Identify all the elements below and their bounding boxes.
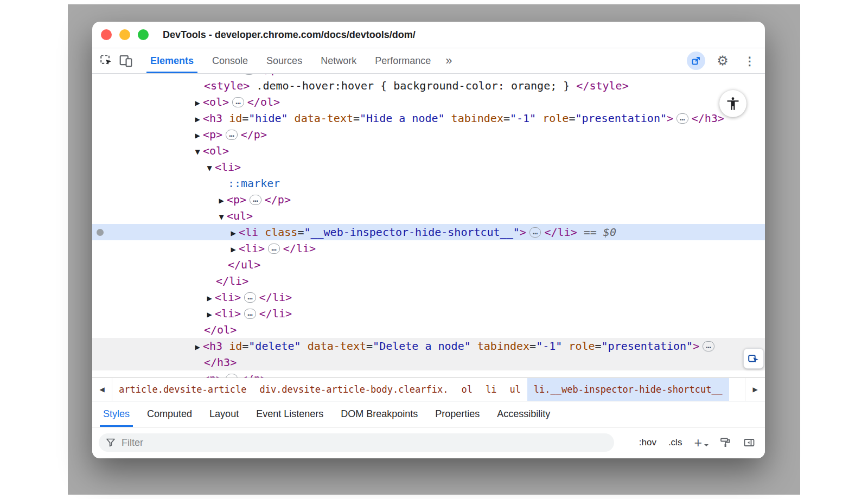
dom-row[interactable]: ▶<p>…</p>: [92, 370, 765, 378]
expand-arrow-icon[interactable]: ▶: [216, 193, 227, 209]
panel-tab-console[interactable]: Console: [203, 48, 257, 73]
tag-token: >: [693, 340, 699, 353]
ellipsis-button[interactable]: …: [703, 341, 714, 351]
ellipsis-button[interactable]: …: [226, 130, 238, 140]
equals-token: =: [569, 112, 575, 125]
ellipsis-button[interactable]: …: [244, 309, 256, 319]
pick-element-icon: [748, 353, 760, 364]
new-style-rule-button[interactable]: +: [694, 436, 707, 450]
dom-row[interactable]: ::marker: [92, 175, 765, 191]
dom-row[interactable]: ▶<li class="__web-inspector-hide-shortcu…: [92, 224, 765, 240]
dom-row[interactable]: ▶<h3 id="delete" data-text="Delete a nod…: [92, 338, 765, 354]
dom-row[interactable]: <style> .demo--hover:hover { background-…: [92, 78, 765, 94]
toggle-sidebar-button[interactable]: [743, 437, 755, 449]
toggle-element-state-button[interactable]: :hov: [639, 437, 656, 448]
tag-token: <li>: [215, 307, 241, 320]
styles-tab-styles[interactable]: Styles: [94, 401, 138, 427]
ellipsis-button[interactable]: …: [676, 113, 688, 124]
breadcrumb-item[interactable]: div.devsite-article-body.clearfix.: [253, 378, 455, 401]
expand-arrow-icon[interactable]: ▶: [204, 290, 215, 306]
ellipsis-button[interactable]: …: [250, 195, 261, 205]
dom-row[interactable]: …</p>: [92, 74, 765, 78]
window-titlebar[interactable]: DevTools - developer.chrome.com/docs/dev…: [92, 22, 765, 48]
tag-token: <h3: [203, 340, 222, 353]
expand-arrow-icon[interactable]: ▶: [192, 339, 203, 355]
inspect-element-button[interactable]: [97, 48, 116, 73]
filter-input-wrap[interactable]: [99, 433, 614, 452]
dom-row[interactable]: ▶<ol>…</ol>: [92, 94, 765, 110]
styles-tab-dom-breakpoints[interactable]: DOM Breakpoints: [332, 401, 426, 427]
dom-row[interactable]: </li>: [92, 273, 765, 289]
dom-row[interactable]: ▶<li>…</li>: [92, 305, 765, 322]
pick-element-fab-button[interactable]: [743, 348, 764, 369]
dom-row[interactable]: ▼<ol>: [92, 143, 765, 159]
styles-tab-accessibility[interactable]: Accessibility: [488, 401, 559, 427]
panel-tab-sources[interactable]: Sources: [257, 48, 311, 73]
accessibility-fab-button[interactable]: [719, 90, 746, 117]
styles-tab-computed[interactable]: Computed: [138, 401, 201, 427]
device-toolbar-button[interactable]: [116, 48, 136, 73]
collapse-arrow-icon[interactable]: ▼: [192, 144, 203, 160]
close-button[interactable]: [101, 29, 112, 40]
breadcrumb-scroll-left-button[interactable]: ◀: [92, 378, 112, 401]
tag-token: </p>: [258, 74, 284, 76]
dom-row[interactable]: </h3>: [92, 354, 765, 370]
ellipsis-button[interactable]: …: [268, 244, 280, 254]
breadcrumb-item[interactable]: li: [479, 378, 503, 401]
ellipsis-button[interactable]: …: [244, 292, 256, 303]
equals-token: =: [242, 112, 248, 125]
tag-token: </ol>: [204, 323, 237, 336]
tag-token: </h3>: [204, 356, 237, 369]
minimize-button[interactable]: [119, 29, 130, 40]
dom-row[interactable]: </ol>: [92, 322, 765, 338]
expand-arrow-icon[interactable]: ▶: [192, 95, 203, 111]
styles-tab-event-listeners[interactable]: Event Listeners: [247, 401, 332, 427]
more-panels-button[interactable]: »: [440, 48, 457, 73]
collapse-arrow-icon[interactable]: ▼: [216, 209, 227, 225]
breadcrumb-list: article.devsite-articlediv.devsite-artic…: [112, 378, 729, 401]
ellipsis-button[interactable]: …: [529, 227, 541, 238]
panel-tab-network[interactable]: Network: [311, 48, 366, 73]
menu-button[interactable]: ⋮: [740, 55, 760, 67]
dom-row[interactable]: ▶<p>…</p>: [92, 126, 765, 143]
panel-tab-elements[interactable]: Elements: [141, 48, 203, 73]
element-classes-button[interactable]: .cls: [668, 437, 682, 448]
panel-tab-performance[interactable]: Performance: [366, 48, 440, 73]
dom-row[interactable]: ▶<li>…</li>: [92, 240, 765, 257]
ellipsis-button[interactable]: …: [243, 74, 255, 75]
dom-row[interactable]: ▼<ul>: [92, 208, 765, 224]
ellipsis-button[interactable]: …: [226, 374, 238, 378]
dom-row[interactable]: </ul>: [92, 257, 765, 273]
styles-tab-layout[interactable]: Layout: [201, 401, 247, 427]
expand-arrow-icon[interactable]: ▶: [204, 306, 215, 323]
expand-arrow-icon[interactable]: ▶: [228, 241, 239, 258]
styles-tab-properties[interactable]: Properties: [426, 401, 488, 427]
breadcrumb-item[interactable]: ol: [455, 378, 478, 401]
attr-value-token: "delete": [248, 340, 301, 353]
breadcrumb-item[interactable]: article.devsite-article: [112, 378, 253, 401]
dom-row[interactable]: ▶<p>…</p>: [92, 191, 765, 208]
dom-row[interactable]: ▶<li>…</li>: [92, 289, 765, 305]
feature-badge-button[interactable]: [687, 52, 705, 70]
attr-name-token: data-text: [301, 340, 366, 353]
selected-node-dot: [97, 229, 104, 236]
styles-filter-input[interactable]: [120, 437, 608, 449]
settings-button[interactable]: ⚙: [713, 54, 732, 67]
breadcrumb-item[interactable]: ul: [503, 378, 527, 401]
expand-arrow-icon[interactable]: ▶: [192, 111, 203, 127]
zoom-button[interactable]: [138, 29, 149, 40]
breadcrumb-item[interactable]: li.__web-inspector-hide-shortcut__: [527, 378, 729, 401]
tag-token: </p>: [265, 193, 291, 206]
expand-arrow-icon[interactable]: ▶: [192, 127, 203, 144]
dom-row[interactable]: ▼<li>: [92, 159, 765, 175]
expand-arrow-icon[interactable]: ▶: [192, 372, 203, 378]
expand-arrow-icon[interactable]: ▶: [228, 225, 239, 241]
breadcrumb-scroll-right-button[interactable]: ▶: [745, 378, 765, 401]
dom-row[interactable]: ▶<h3 id="hide" data-text="Hide a node" t…: [92, 110, 765, 126]
ellipsis-button[interactable]: …: [232, 97, 244, 107]
rendering-emulations-button[interactable]: [719, 437, 731, 449]
attr-name-token: class: [258, 226, 297, 239]
inspect-icon: [99, 54, 113, 68]
collapse-arrow-icon[interactable]: ▼: [204, 160, 215, 176]
tag-token: </ul>: [228, 258, 260, 271]
